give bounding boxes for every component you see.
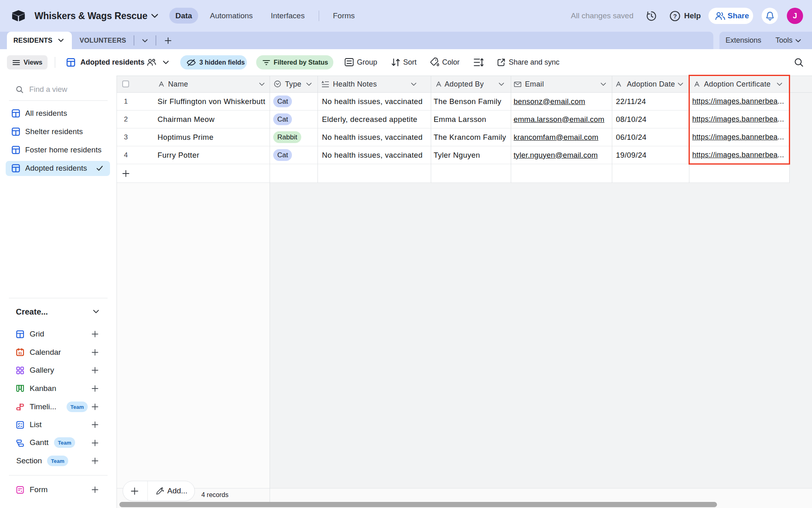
svg-text:?: ?: [673, 13, 677, 20]
svg-text:31: 31: [18, 351, 22, 355]
